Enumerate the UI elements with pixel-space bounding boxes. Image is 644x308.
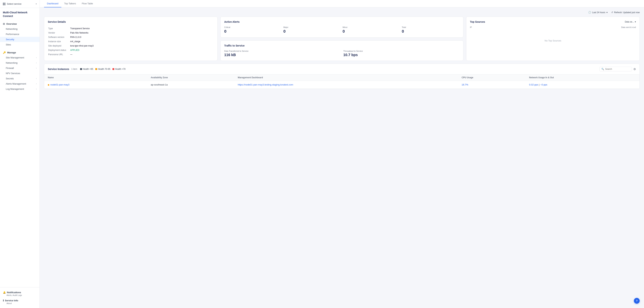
cell-network: 0.02 pps | ~0 pps (526, 81, 640, 89)
active-alerts-card: Active Alerts Critical 0 Major 0 Minor 0 (220, 16, 463, 37)
chevron-right-icon: › (36, 83, 37, 85)
table-row: Deployment status APPLIED (48, 48, 213, 52)
search-icon: 🔍 (602, 68, 604, 70)
cell-cpu: 18.7% (458, 81, 526, 89)
health-legend: Health >95 Health 70-95 Health <70 (80, 68, 126, 70)
network-out-link[interactable]: ~0 pps (540, 83, 547, 86)
main-content: Dashboard Top Talkers Flow Table 🕐 Last … (40, 0, 644, 308)
row-label: Type (48, 26, 70, 30)
health-item-gt95: Health >95 (80, 68, 93, 70)
alert-critical: Critical 0 (224, 26, 282, 34)
cell-az: ap-southeast-1a (147, 81, 234, 89)
sidebar-item-alerts-management[interactable]: Alerts Management › (0, 81, 40, 86)
sidebar-item-service-info[interactable]: ℹ Service Info About (0, 298, 40, 306)
manage-label: Manage (7, 51, 16, 54)
traffic-data-label: Data Transferred to Service (224, 50, 340, 52)
app-title: Multi-Cloud Network Connect (0, 8, 40, 20)
grid-icon (3, 3, 6, 5)
search-box[interactable]: 🔍 (600, 67, 632, 71)
sidebar-item-log-management[interactable]: Log Management › (0, 86, 40, 92)
instances-actions: 🔍 ⚙ (600, 67, 636, 71)
cpu-link[interactable]: 18.7% (462, 83, 468, 86)
service-details-card: Service Details Type Transparent Service… (44, 16, 218, 61)
info-icon: ℹ (3, 299, 4, 302)
health-label-lt70: Health <70 (115, 68, 126, 70)
sidebar-item-security[interactable]: Security (0, 37, 40, 42)
content-area: 🕐 Last 24 hours ▾ ↺ Refresh: Updated jus… (40, 7, 644, 308)
health-dot-yellow (95, 68, 97, 70)
settings-icon[interactable]: ⚙ (633, 67, 636, 71)
nav-section-overview-header: ⊞ Overview (0, 21, 40, 26)
overview-icon: ⊞ (3, 22, 5, 25)
service-details-table: Type Transparent Service Vendor Palo Alt… (48, 26, 214, 57)
instances-table-head: Name Availability Zone Management Dashbo… (44, 74, 640, 81)
sidebar-item-site-management[interactable]: Site Management › (0, 55, 40, 60)
tab-flow-table[interactable]: Flow Table (79, 0, 96, 7)
top-sources-col-ip: IP (470, 26, 472, 28)
service-select[interactable]: Select service ▾ (0, 0, 40, 8)
network-in-link[interactable]: 0.02 pps (529, 83, 538, 86)
tab-top-talkers[interactable]: Top Talkers (61, 0, 79, 7)
sidebar-item-nfv-services[interactable]: NFV Services (0, 71, 40, 76)
traffic-throughput-label: Throughput to Service (343, 50, 460, 52)
top-sources-select[interactable]: Data se... ▾ (625, 20, 636, 23)
sidebar-item-performance[interactable]: Performance (0, 31, 40, 37)
instances-title: Service Instances (48, 68, 69, 70)
service-info-label: ℹ Service Info (3, 299, 37, 302)
sidebar-item-networking[interactable]: Networking (0, 26, 40, 31)
tab-dashboard[interactable]: Dashboard (44, 0, 61, 7)
traffic-grid: Data Transferred to Service 116 kB Throu… (224, 50, 460, 57)
row-value: Palo Alto Networks (70, 31, 213, 35)
alerts-grid: Critical 0 Major 0 Minor 0 Total (224, 26, 460, 34)
sidebar-item-firewall[interactable]: Firewall › (0, 65, 40, 71)
instances-table-body: node01-pan-may3 ap-southeast-1a https://… (44, 81, 640, 89)
col-header-mgmt: Management Dashboard (234, 74, 458, 81)
sidebar-item-manage-networking[interactable]: Networking › (0, 60, 40, 65)
health-dot-red (112, 68, 114, 70)
alert-total-label: Total (402, 26, 406, 28)
row-value: Transparent Service (70, 26, 213, 30)
search-input[interactable] (605, 68, 630, 70)
top-sources-card: Top Sources Data se... ▾ IP Data sent & … (466, 16, 640, 61)
sidebar-item-secrets[interactable]: Secrets › (0, 76, 40, 81)
col-header-cpu: CPU Usage (458, 74, 526, 81)
sidebar-item-sites[interactable]: Sites (0, 42, 40, 47)
health-label-70-95: Health 70-95 (98, 68, 110, 70)
refresh-icon: ↺ (611, 11, 613, 14)
col-header-az: Availability Zone (147, 74, 234, 81)
top-sources-cols: IP Data sent & rcvd (470, 26, 636, 28)
alert-minor-label: Minor (342, 26, 348, 28)
clock-icon: 🕐 (588, 11, 591, 14)
traffic-card: Traffic to Service Data Transferred to S… (220, 40, 463, 61)
instances-count: 1 item (71, 68, 77, 70)
top-sources-title: Top Sources (470, 20, 485, 23)
health-label-gt95: Health >95 (83, 68, 93, 70)
traffic-title: Traffic to Service (224, 44, 460, 47)
alert-major-value: 0 (283, 29, 286, 34)
time-range-selector[interactable]: 🕐 Last 24 hours ▾ (588, 11, 608, 14)
refresh-label: Refresh: Updated just now (614, 11, 640, 14)
help-button[interactable]: ? (634, 298, 640, 304)
row-value: tora-tgw-nfvsi-pan-may3 (70, 44, 213, 48)
chevron-down-icon: ▾ (36, 3, 37, 5)
alert-major-label: Major (283, 26, 288, 28)
instance-name-link[interactable]: node01-pan-may3 (48, 83, 144, 86)
col-header-network: Network Usage In & Out (526, 74, 640, 81)
no-top-sources-message: No Top Sources (470, 30, 636, 51)
instances-table: Name Availability Zone Management Dashbo… (44, 74, 640, 89)
overview-label: Overview (6, 22, 17, 25)
refresh-button[interactable]: ↺ Refresh: Updated just now (611, 11, 640, 14)
mgmt-dashboard-link[interactable]: https://node01-pan-may3.testing.staging.… (238, 83, 293, 86)
sidebar-item-notifications[interactable]: 🔔 Notifications Alerts, Audit Logs (0, 290, 40, 298)
chevron-right-icon: › (36, 88, 37, 90)
health-dot-green (80, 68, 82, 70)
alert-major: Major 0 (283, 26, 341, 34)
traffic-data-value: 116 kB (224, 53, 340, 57)
traffic-throughput: Throughput to Service 10.7 bps (343, 50, 460, 57)
table-row: Instance size m4_xlarge (48, 39, 213, 43)
row-value: APPLIED (70, 48, 213, 52)
deployment-status-badge: APPLIED (70, 49, 80, 51)
table-row: Vendor Palo Alto Networks (48, 31, 213, 35)
chevron-right-icon: › (36, 62, 37, 64)
active-alerts-title: Active Alerts (224, 20, 460, 23)
